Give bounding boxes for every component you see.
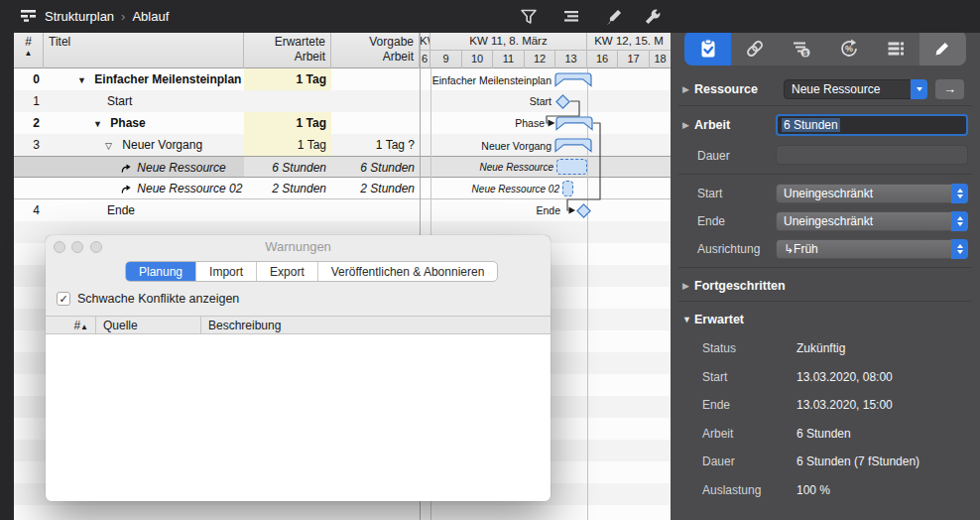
arbeit-input[interactable]: 6 Stunden — [776, 114, 968, 136]
tab-import[interactable]: Import — [196, 262, 257, 281]
day-header: 6 — [420, 51, 430, 68]
task-title: Ende — [107, 203, 135, 217]
empty-row — [14, 505, 671, 520]
warnings-column-number[interactable]: #▲ — [46, 317, 96, 334]
status-label: Status — [702, 341, 736, 355]
assignment-title: Neue Ressource 02 — [137, 182, 242, 195]
fortgeschritten-section-label: Fortgeschritten — [694, 279, 786, 293]
column-header-number[interactable]: # ▲ — [14, 33, 44, 68]
ausrichtung-popup[interactable]: ↳Früh — [776, 239, 968, 259]
ressource-combobox[interactable]: Neue Ressource — [784, 79, 927, 99]
filter-icon[interactable] — [517, 5, 541, 29]
warnings-column-source[interactable]: Quelle — [96, 317, 201, 334]
row-number: 2 — [14, 112, 40, 134]
day-header: 16 — [587, 51, 618, 68]
given-work-cell: 1 Tag ? — [331, 134, 420, 156]
sort-ascending-icon: ▲ — [80, 323, 88, 331]
popup-stepper-icon[interactable] — [951, 239, 968, 259]
combobox-chevron-icon[interactable] — [911, 79, 927, 99]
warnings-column-description[interactable]: Beschreibung — [201, 317, 551, 334]
weak-conflicts-label: Schwache Konflikte anzeigen — [77, 292, 239, 306]
day-header: 17 — [618, 51, 650, 68]
day-header: 10 — [462, 51, 493, 68]
erwartet-start-label: Start — [702, 370, 727, 384]
erwartet-ende-value: 13.03.2020, 15:00 — [796, 398, 893, 412]
erwartet-arbeit-label: Arbeit — [702, 427, 733, 441]
start-constraint-popup[interactable]: Uneingeschränkt — [776, 184, 968, 203]
given-work-cell: 6 Stunden — [331, 157, 420, 179]
erwartet-dauer-value: 6 Stunden (7 fStunden) — [796, 455, 919, 468]
divider — [678, 105, 972, 106]
fortgeschritten-disclosure-icon[interactable]: ▶ — [682, 281, 689, 291]
dialog-titlebar[interactable]: Warnungen — [46, 235, 551, 257]
disclosure-triangle-open[interactable]: ▽ — [105, 135, 119, 156]
auslastung-value: 100 % — [796, 483, 830, 497]
disclosure-triangle[interactable]: ▼ — [77, 69, 91, 90]
main-toolbar: Strukturplan › Ablauf — [0, 0, 980, 33]
settings-wrench-icon[interactable] — [641, 5, 665, 29]
row-format-icon[interactable] — [559, 5, 583, 29]
dialog-tab-bar: Planung Import Export Veröffentlichen & … — [125, 261, 498, 282]
dialog-options-row: ✓ Schwache Konflikte anzeigen — [46, 289, 551, 315]
tab-planung[interactable]: Planung — [126, 262, 196, 281]
day-header: 11 — [493, 51, 525, 68]
assignment-arrow-icon — [121, 158, 131, 179]
column-header-given-work[interactable]: Vorgabe Arbeit — [331, 33, 420, 68]
ende-constraint-popup[interactable]: Uneingeschränkt — [776, 211, 968, 231]
erwartet-arbeit-value: 6 Stunden — [796, 427, 851, 441]
week-header-kw12: KW 12, 15. M — [587, 33, 671, 51]
tab-export[interactable]: Export — [257, 262, 318, 281]
assignment-arrow-icon — [121, 179, 131, 199]
day-header: 9 — [430, 51, 462, 68]
breadcrumb-separator: › — [121, 9, 125, 24]
row-number: 1 — [14, 90, 40, 112]
wbs-icon — [20, 9, 38, 25]
column-header-title[interactable]: Titel — [44, 33, 244, 68]
week-header-kw11: KW 11, 8. März — [430, 33, 587, 51]
dauer-input[interactable] — [776, 145, 968, 165]
task-title: Einfacher Meilensteinplan — [94, 72, 241, 86]
erwartet-disclosure-icon[interactable]: ▼ — [682, 315, 691, 325]
paintbrush-icon[interactable] — [602, 5, 626, 29]
divider — [678, 301, 972, 302]
inspector-tab-bar: $ % — [684, 31, 966, 65]
column-header-expected-work[interactable]: Erwartete Arbeit — [244, 33, 331, 68]
inspector-panel: Zuweisung: Plan $ % ▶ Ressource Neue Res… — [671, 0, 980, 520]
weak-conflicts-checkbox[interactable]: ✓ — [57, 292, 70, 306]
status-value: Zukünftig — [796, 341, 845, 355]
tab-rows-icon[interactable] — [872, 31, 919, 65]
week-header-kw10: KW — [420, 33, 430, 51]
start-label: Start — [697, 187, 722, 200]
expected-work-cell: 2 Stunden — [244, 178, 331, 199]
ausrichtung-label: Ausrichtung — [697, 242, 760, 256]
day-header: 13 — [555, 51, 587, 68]
breadcrumb-root[interactable]: Strukturplan — [45, 9, 114, 24]
auslastung-label: Auslastung — [702, 483, 761, 497]
popup-stepper-icon[interactable] — [951, 184, 968, 203]
tab-progress-icon[interactable]: % — [825, 31, 872, 65]
tab-links-icon[interactable] — [731, 31, 778, 65]
popup-stepper-icon[interactable] — [951, 211, 968, 231]
tab-veroeffentlichen[interactable]: Veröffentlichen & Abonnieren — [318, 262, 498, 281]
goto-resource-button[interactable]: → — [935, 79, 964, 99]
warnings-table-header: #▲ Quelle Beschreibung — [46, 316, 551, 334]
ressource-label: Ressource — [694, 82, 758, 96]
ressource-disclosure-icon[interactable]: ▶ — [682, 84, 689, 94]
breadcrumb-current[interactable]: Ablauf — [132, 9, 169, 24]
disclosure-triangle[interactable]: ▼ — [93, 113, 107, 134]
warnings-dialog[interactable]: Warnungen Planung Import Export Veröffen… — [46, 235, 551, 501]
tab-style-icon[interactable] — [919, 31, 966, 65]
tab-assignment-icon[interactable] — [684, 31, 731, 65]
svg-text:%: % — [845, 44, 853, 54]
expected-work-cell — [244, 199, 331, 221]
expected-work-cell: 6 Stunden — [244, 157, 331, 179]
sort-ascending-icon: ▲ — [19, 49, 38, 58]
window-left-edge — [0, 33, 14, 520]
day-header: 18 — [650, 51, 671, 68]
expected-work-cell: 1 Tag — [244, 134, 331, 156]
tab-budget-icon[interactable]: $ — [779, 31, 825, 65]
row-number: 3 — [14, 134, 40, 156]
breadcrumb[interactable]: Strukturplan › Ablauf — [20, 0, 169, 33]
warnings-table-body-empty[interactable] — [46, 334, 551, 501]
given-work-cell — [331, 90, 420, 112]
